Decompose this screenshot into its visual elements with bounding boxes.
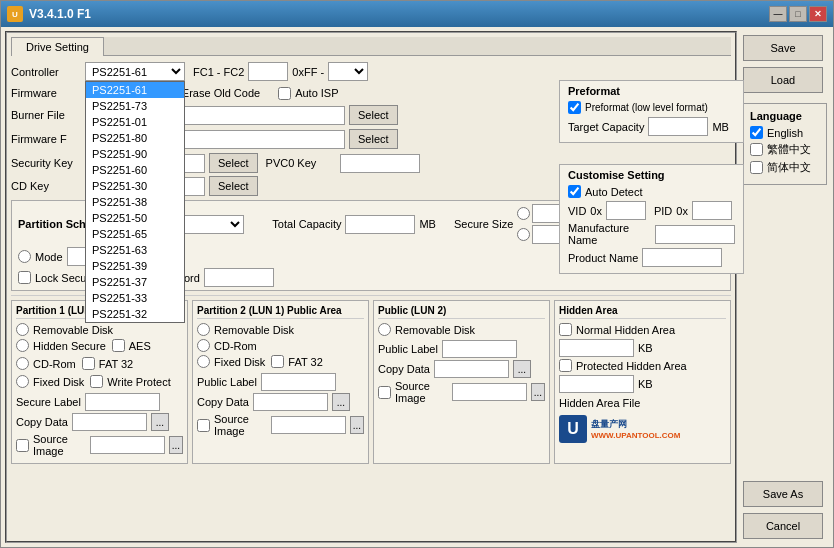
- preformat-checkbox[interactable]: [568, 101, 581, 114]
- p2-cdrom-radio[interactable]: [197, 339, 210, 352]
- secure-percent-radio[interactable]: [517, 207, 530, 220]
- p1-removable-radio[interactable]: [16, 323, 29, 336]
- p4-protected-hidden-checkbox[interactable]: [559, 359, 572, 372]
- p2-public-label-input[interactable]: [261, 373, 336, 391]
- minimize-button[interactable]: —: [769, 6, 787, 22]
- pid-input[interactable]: [692, 201, 732, 220]
- secure-mb-radio[interactable]: [517, 228, 530, 241]
- simplified-chinese-checkbox[interactable]: [750, 161, 763, 174]
- customise-box: Customise Setting Auto Detect VID 0x PID…: [559, 164, 744, 274]
- p1-wp-checkbox[interactable]: [90, 375, 103, 388]
- p1-source-image-checkbox[interactable]: [16, 439, 29, 452]
- total-capacity-unit: MB: [419, 218, 436, 230]
- dropdown-item[interactable]: PS2251-37: [86, 274, 184, 290]
- mode-radio[interactable]: [18, 250, 31, 263]
- p4-protected-kb-input[interactable]: [559, 375, 634, 393]
- dropdown-item[interactable]: PS2251-60: [86, 162, 184, 178]
- p1-copy-data-text: Copy Data: [16, 416, 68, 428]
- fc1-input[interactable]: [248, 62, 288, 81]
- auto-isp-checkbox[interactable]: [278, 87, 291, 100]
- p2-fat32-row: FAT 32: [271, 355, 322, 368]
- cd-key-select-btn[interactable]: Select: [209, 176, 258, 196]
- p1-copy-data-btn[interactable]: ...: [151, 413, 169, 431]
- p1-copy-data-input[interactable]: [72, 413, 147, 431]
- partition4-box: Hidden Area Normal Hidden Area KB Protec…: [554, 300, 731, 464]
- p3-source-image-btn[interactable]: ...: [531, 383, 545, 401]
- cancel-button[interactable]: Cancel: [743, 513, 823, 539]
- tab-bar: Drive Setting: [11, 37, 731, 56]
- watermark: WWW.UPANTOOL.COM: [591, 431, 680, 440]
- p1-aes-checkbox[interactable]: [112, 339, 125, 352]
- p2-source-image-btn[interactable]: ...: [350, 416, 364, 434]
- p2-copy-data-input[interactable]: [253, 393, 328, 411]
- controller-select[interactable]: PS2251-61 PS2251-73 PS2251-01 PS2251-80 …: [85, 62, 185, 81]
- lock-secure-checkbox[interactable]: [18, 271, 31, 284]
- dropdown-item[interactable]: PS2251-63: [86, 242, 184, 258]
- p1-source-image-input[interactable]: [90, 436, 165, 454]
- p4-normal-hidden-checkbox[interactable]: [559, 323, 572, 336]
- p4-normal-kb-input[interactable]: [559, 339, 634, 357]
- total-capacity-input[interactable]: [345, 215, 415, 234]
- dropdown-item[interactable]: PS2251-01: [86, 114, 184, 130]
- maximize-button[interactable]: □: [789, 6, 807, 22]
- p3-copy-data-input[interactable]: [434, 360, 509, 378]
- dropdown-item[interactable]: PS2251-90: [86, 146, 184, 162]
- pvco-key-input[interactable]: [340, 154, 420, 173]
- p1-cdrom-radio[interactable]: [16, 357, 29, 370]
- close-button[interactable]: ✕: [809, 6, 827, 22]
- no-partitions-select[interactable]: [184, 215, 244, 234]
- p3-source-image-input[interactable]: [452, 383, 527, 401]
- firmware-f-select-btn[interactable]: Select: [349, 129, 398, 149]
- dropdown-item[interactable]: PS2251-65: [86, 226, 184, 242]
- dropdown-item[interactable]: PS2251-50: [86, 210, 184, 226]
- p2-fixed-radio-row: Fixed Disk: [197, 355, 265, 368]
- p2-fat32-checkbox[interactable]: [271, 355, 284, 368]
- dropdown-item[interactable]: PS2251-73: [86, 98, 184, 114]
- p3-copy-data-btn[interactable]: ...: [513, 360, 531, 378]
- dropdown-item[interactable]: PS2251-80: [86, 130, 184, 146]
- p1-secure-label-input[interactable]: [85, 393, 160, 411]
- p1-removable-label: Removable Disk: [33, 324, 113, 336]
- dropdown-item[interactable]: PS2251-32: [86, 306, 184, 322]
- p3-removable-radio[interactable]: [378, 323, 391, 336]
- ff-select[interactable]: [328, 62, 368, 81]
- dropdown-item[interactable]: PS2251-39: [86, 258, 184, 274]
- p1-fixed-radio[interactable]: [16, 375, 29, 388]
- english-checkbox[interactable]: [750, 126, 763, 139]
- dropdown-item[interactable]: PS2251-38: [86, 194, 184, 210]
- vid-input[interactable]: [606, 201, 646, 220]
- partition1-box: Partition 1 (LUN 0) Secure Area Removabl…: [11, 300, 188, 464]
- dropdown-item[interactable]: PS2251-61: [86, 82, 184, 98]
- p3-public-label-input[interactable]: [442, 340, 517, 358]
- auto-detect-checkbox[interactable]: [568, 185, 581, 198]
- target-capacity-input[interactable]: [648, 117, 708, 136]
- security-key-select-btn[interactable]: Select: [209, 153, 258, 173]
- load-button[interactable]: Load: [743, 67, 823, 93]
- p1-fat32-checkbox[interactable]: [82, 357, 95, 370]
- p3-source-image-checkbox[interactable]: [378, 386, 391, 399]
- tab-drive-setting[interactable]: Drive Setting: [11, 37, 104, 56]
- p2-fixed-radio[interactable]: [197, 355, 210, 368]
- p4-protected-kb-row: KB: [559, 375, 726, 393]
- save-button[interactable]: Save: [743, 35, 823, 61]
- p1-source-image-btn[interactable]: ...: [169, 436, 183, 454]
- p1-source-image-row: Source Image ...: [16, 433, 183, 457]
- logo-row: U 盘量产网 WWW.UPANTOOL.COM: [559, 415, 726, 443]
- burner-file-select-btn[interactable]: Select: [349, 105, 398, 125]
- p4-normal-hidden-label: Normal Hidden Area: [576, 324, 675, 336]
- p2-copy-data-btn[interactable]: ...: [332, 393, 350, 411]
- p2-source-image-checkbox[interactable]: [197, 419, 210, 432]
- customise-title: Customise Setting: [568, 169, 735, 181]
- dropdown-item[interactable]: PS2251-33: [86, 290, 184, 306]
- p2-source-image-input[interactable]: [271, 416, 346, 434]
- traditional-chinese-checkbox[interactable]: [750, 143, 763, 156]
- save-as-button[interactable]: Save As: [743, 481, 823, 507]
- pid-label: PID: [654, 205, 672, 217]
- manufacture-input[interactable]: [655, 225, 735, 244]
- p1-hidden-radio[interactable]: [16, 339, 29, 352]
- p1-aes-row: AES: [112, 339, 151, 352]
- product-input[interactable]: [642, 248, 722, 267]
- password-input[interactable]: [204, 268, 274, 287]
- dropdown-item[interactable]: PS2251-30: [86, 178, 184, 194]
- p2-removable-radio[interactable]: [197, 323, 210, 336]
